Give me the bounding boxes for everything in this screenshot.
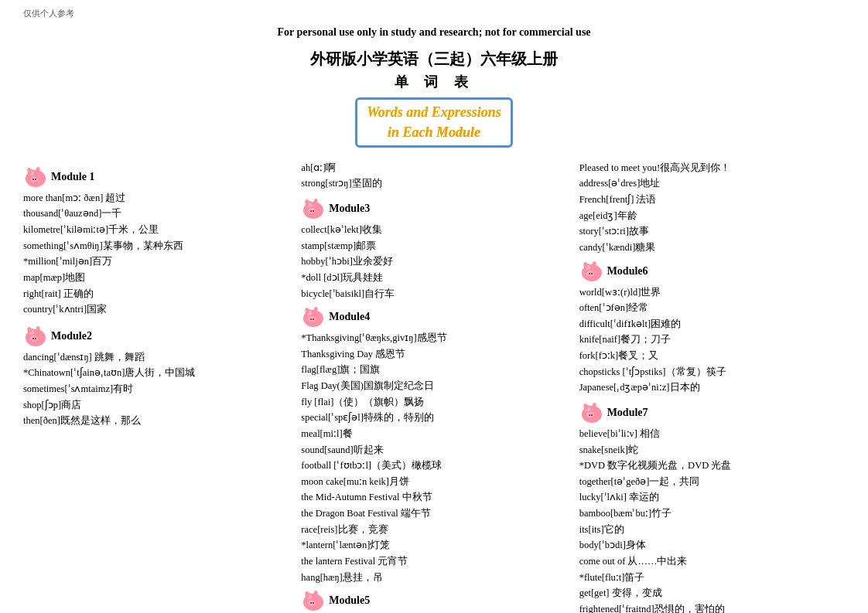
module3-header: Module3 [301, 198, 566, 220]
pig-icon-module3 [301, 198, 326, 220]
sub-title: 单 词 表 [23, 73, 845, 91]
banner-line2: in Each Module [388, 124, 480, 140]
module7-header: Module7 [579, 402, 845, 424]
list-item: frightened[ˈfraitnd]恐惧的，害怕的 [579, 601, 845, 613]
list-item: chopsticks [ˈtʃɔpstiks]（常复）筷子 [579, 364, 845, 380]
list-item: *doll [dɔl]玩具娃娃 [301, 270, 566, 286]
list-item: football [ˈfʊtbɔːl]（美式）橄榄球 [301, 458, 566, 474]
svg-point-44 [589, 273, 590, 274]
list-item: French[frentʃ] 法语 [579, 192, 845, 208]
pig-icon-module5 [301, 590, 326, 611]
list-item: dancing[ˈdænsɪŋ] 跳舞，舞蹈 [23, 349, 289, 366]
svg-point-52 [589, 414, 590, 416]
module1-vocab: more than[mɔː ðæn] 超过thousand[ˈθauzənd]一… [23, 190, 289, 318]
module6-vocab: world[wɜː(r)ld]世界often[ˈɔfən]经常difficult… [579, 284, 845, 396]
list-item: Thanksgiving Day 感恩节 [301, 346, 566, 363]
words-banner: Words and Expressions in Each Module [23, 97, 845, 147]
svg-point-36 [310, 602, 312, 604]
svg-point-45 [591, 273, 593, 274]
list-item: hang[hæŋ]悬挂，吊 [301, 570, 566, 586]
list-item: fly [flai]（使）（旗帜）飘扬 [301, 394, 566, 410]
list-item: meal[miːl]餐 [301, 426, 566, 442]
list-item: fork[fɔːk]餐叉；又 [579, 348, 845, 364]
svg-point-5 [35, 179, 36, 180]
personal-use-notice: For personal use only in study and resea… [23, 24, 845, 41]
list-item: collect[kəˈlekt]收集 [301, 222, 566, 238]
pig-icon-module4 [301, 306, 326, 328]
list-item: *lantern[ˈlæntən]灯笼 [301, 537, 566, 553]
list-item: address[əˈdres]地址 [579, 175, 845, 192]
list-item: *flute[fluːt]笛子 [579, 570, 845, 586]
list-item: race[reis]比赛，竞赛 [301, 522, 566, 538]
list-item: bicycle[ˈbaisikl]自行车 [301, 286, 566, 302]
pig-icon-module1 [23, 166, 48, 188]
list-item: flag[flæg]旗；国旗 [301, 362, 566, 378]
col2-top-lines: ah[ɑː]啊strong[strɔŋ]坚固的 [301, 160, 566, 192]
svg-point-12 [32, 338, 34, 339]
list-item: thousand[ˈθauzənd]一千 [23, 206, 289, 222]
pig-icon-module2 [23, 325, 48, 347]
list-item: map[mæp]地图 [23, 270, 289, 286]
module1-header: Module 1 [23, 166, 289, 188]
list-item: lucky[ˈlʌki] 幸运的 [579, 489, 845, 506]
list-item: its[its]它的 [579, 522, 845, 538]
list-item: sometimes[ˈsʌmtaimz]有时 [23, 381, 289, 397]
list-item: special[ˈspɛʃəl]特殊的，特别的 [301, 410, 566, 426]
column-2: ah[ɑː]啊strong[strɔŋ]坚固的 Module3 collect[… [295, 160, 572, 613]
svg-point-4 [32, 179, 34, 180]
list-item: more than[mɔː ðæn] 超过 [23, 190, 289, 206]
pig-icon-module7 [579, 402, 604, 424]
list-item: moon cake[muːn keik]月饼 [301, 474, 566, 490]
module3-vocab: collect[kəˈlekt]收集stamp[stæmp]邮票hobby[ˈh… [301, 222, 566, 301]
list-item: shop[ʃɔp]商店 [23, 397, 289, 414]
list-item: country[ˈkʌntri]国家 [23, 301, 289, 318]
module6-label: Module6 [607, 265, 648, 278]
module6-header: Module6 [579, 261, 845, 282]
svg-point-20 [310, 210, 312, 212]
list-item: Flag Day(美国)国旗制定纪念日 [301, 378, 566, 394]
list-item: strong[strɔŋ]坚固的 [301, 175, 566, 192]
module2-vocab: dancing[ˈdænsɪŋ] 跳舞，舞蹈*Chinatown[ˈtʃainə… [23, 349, 289, 429]
list-item: together[təˈgeðə]一起，共同 [579, 474, 845, 490]
list-item: the lantern Festival 元宵节 [301, 553, 566, 570]
list-item: kilometre[ˈkiləmiːtə]千米，公里 [23, 222, 289, 238]
list-item: knife[naif]餐刀；刀子 [579, 332, 845, 348]
list-item: world[wɜː(r)ld]世界 [579, 284, 845, 301]
module4-vocab: *Thanksgiving[ˈθæŋks,givɪŋ]感恩节Thanksgivi… [301, 330, 566, 585]
svg-point-37 [313, 602, 314, 604]
list-item: right[rait] 正确的 [23, 286, 289, 302]
module4-label: Module4 [329, 311, 370, 323]
svg-point-53 [591, 414, 593, 416]
list-item: get[get] 变得，变成 [579, 585, 845, 601]
list-item: come out of 从……中出来 [579, 553, 845, 570]
module2-label: Module2 [51, 330, 92, 342]
top-note: 仅供个人参考 [23, 8, 845, 19]
svg-point-21 [313, 210, 314, 212]
module5-label: Module5 [329, 594, 370, 607]
list-item: often[ˈɔfən]经常 [579, 300, 845, 316]
list-item: something[ˈsʌmθiŋ]某事物，某种东西 [23, 238, 289, 254]
list-item: difficult[ˈdifɪkəlt]困难的 [579, 316, 845, 332]
content-columns: Module 1 more than[mɔː ðæn] 超过thousand[ˈ… [23, 160, 845, 613]
list-item: *DVD 数字化视频光盘，DVD 光盘 [579, 458, 845, 474]
svg-point-28 [310, 318, 312, 320]
list-item: *Chinatown[ˈtʃainəˌtaʊn]唐人街，中国城 [23, 365, 289, 381]
module1-label: Module 1 [51, 171, 94, 183]
list-item: snake[sneik]蛇 [579, 442, 845, 458]
list-item: the Mid-Autumn Festival 中秋节 [301, 489, 566, 506]
list-item: Japanese[ˌdʒæpəˈniːz]日本的 [579, 380, 845, 396]
banner-line1: Words and Expressions [367, 104, 501, 120]
module3-label: Module3 [329, 203, 370, 215]
list-item: ah[ɑː]啊 [301, 160, 566, 176]
module7-vocab: believe[biˈliːv] 相信snake[sneik]蛇*DVD 数字化… [579, 426, 845, 613]
list-item: bamboo[bæmˈbuː]竹子 [579, 506, 845, 522]
list-item: story[ˈstɔːri]故事 [579, 223, 845, 240]
column-1: Module 1 more than[mɔː ðæn] 超过thousand[ˈ… [23, 160, 295, 613]
column-3: Pleased to meet you!很高兴见到你！address[əˈdre… [573, 160, 845, 613]
list-item: sound[saund]听起来 [301, 442, 566, 458]
module5-header: Module5 [301, 590, 566, 611]
list-item: body[ˈbɔdi]身体 [579, 537, 845, 553]
col3-top-lines: Pleased to meet you!很高兴见到你！address[əˈdre… [579, 160, 845, 256]
list-item: Pleased to meet you!很高兴见到你！ [579, 160, 845, 176]
svg-point-13 [35, 338, 36, 339]
